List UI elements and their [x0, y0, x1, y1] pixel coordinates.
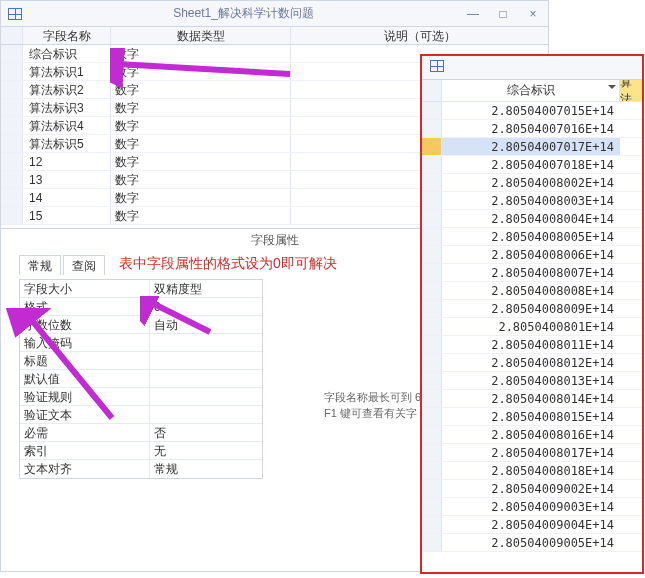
maximize-button[interactable]: □	[488, 1, 518, 27]
property-value[interactable]	[150, 370, 262, 387]
value-cell[interactable]: 2.80504009003E+14	[442, 498, 620, 515]
grid-icon	[1, 1, 29, 27]
value-cell[interactable]: 2.80504008009E+14	[442, 300, 620, 317]
value-cell[interactable]: 2.80504009002E+14	[442, 480, 620, 497]
value-cell[interactable]: 2.80504008011E+14	[442, 336, 620, 353]
field-name-cell[interactable]: 13	[23, 171, 111, 188]
svg-line-0	[118, 64, 290, 74]
field-name-cell[interactable]: 算法标识4	[23, 117, 111, 134]
data-type-cell[interactable]: 数字	[111, 99, 291, 116]
table-row[interactable]: 2.80504007017E+14	[422, 138, 642, 156]
value-cell[interactable]: 2.80504008006E+14	[442, 246, 620, 263]
property-value[interactable]	[150, 406, 262, 423]
property-value[interactable]	[150, 388, 262, 405]
field-name-cell[interactable]: 算法标识3	[23, 99, 111, 116]
value-cell[interactable]: 2.80504008012E+14	[442, 354, 620, 371]
tab-lookup[interactable]: 查阅	[63, 255, 105, 275]
table-row[interactable]: 2.80504008011E+14	[422, 336, 642, 354]
value-cell[interactable]: 2.80504007017E+14	[442, 138, 620, 155]
datasheet-header: 综合标识 算法	[422, 80, 642, 102]
property-value[interactable]: 双精度型	[150, 280, 262, 297]
property-value[interactable]: 否	[150, 424, 262, 441]
table-row[interactable]: 2.80504008002E+14	[422, 174, 642, 192]
minimize-button[interactable]: —	[458, 1, 488, 27]
value-cell[interactable]: 2.80504008003E+14	[442, 192, 620, 209]
value-cell[interactable]: 2.80504007016E+14	[442, 120, 620, 137]
chevron-down-icon[interactable]	[608, 85, 616, 93]
property-value[interactable]	[150, 352, 262, 369]
column-header-b[interactable]: 算法	[620, 80, 642, 101]
table-row[interactable]: 2.80504009002E+14	[422, 480, 642, 498]
property-row[interactable]: 文本对齐常规	[20, 460, 262, 478]
table-row[interactable]: 2.80504008003E+14	[422, 192, 642, 210]
value-cell[interactable]: 2.80504008002E+14	[442, 174, 620, 191]
table-row[interactable]: 2.80504008012E+14	[422, 354, 642, 372]
close-button[interactable]: ×	[518, 1, 548, 27]
table-row[interactable]: 2.80504008015E+14	[422, 408, 642, 426]
field-name-cell[interactable]: 12	[23, 153, 111, 170]
property-value[interactable]	[150, 334, 262, 351]
datasheet-titlebar	[422, 56, 642, 80]
table-row[interactable]: 2.80504008005E+14	[422, 228, 642, 246]
value-cell[interactable]: 2.80504008004E+14	[442, 210, 620, 227]
value-cell[interactable]: 2.80504008007E+14	[442, 264, 620, 281]
data-type-cell[interactable]: 数字	[111, 135, 291, 152]
table-row[interactable]: 2.80504007015E+14	[422, 102, 642, 120]
table-row[interactable]: 2.80504008007E+14	[422, 264, 642, 282]
table-row[interactable]: 2.80504008013E+14	[422, 372, 642, 390]
table-row[interactable]: 2.80504008009E+14	[422, 300, 642, 318]
value-cell[interactable]: 2.80504008014E+14	[442, 390, 620, 407]
property-value[interactable]: 常规	[150, 460, 262, 478]
value-cell[interactable]: 2.80504008005E+14	[442, 228, 620, 245]
header-description: 说明（可选）	[291, 27, 548, 44]
arrow-3	[6, 308, 116, 428]
grid-icon	[430, 60, 444, 75]
field-name-cell[interactable]: 算法标识5	[23, 135, 111, 152]
table-row[interactable]: 2.80504008004E+14	[422, 210, 642, 228]
window-buttons: — □ ×	[458, 1, 548, 27]
value-cell[interactable]: 2.80504008018E+14	[442, 462, 620, 479]
data-type-cell[interactable]: 数字	[111, 117, 291, 134]
field-name-cell[interactable]: 综合标识	[23, 45, 111, 62]
datasheet-window: 综合标识 算法 2.80504007015E+142.80504007016E+…	[420, 54, 644, 574]
value-cell[interactable]: 2.80504008017E+14	[442, 444, 620, 461]
value-cell[interactable]: 2.80504008016E+14	[442, 426, 620, 443]
field-name-cell[interactable]: 算法标识1	[23, 63, 111, 80]
table-row[interactable]: 2.80504008014E+14	[422, 390, 642, 408]
table-row[interactable]: 2.80504008017E+14	[422, 444, 642, 462]
property-row[interactable]: 索引无	[20, 442, 262, 460]
table-row[interactable]: 2.80504009004E+14	[422, 516, 642, 534]
value-cell[interactable]: 2.80504009005E+14	[442, 534, 620, 551]
field-name-cell[interactable]: 15	[23, 207, 111, 224]
table-row[interactable]: 2.80504007018E+14	[422, 156, 642, 174]
table-row[interactable]: 2.80504009003E+14	[422, 498, 642, 516]
data-type-cell[interactable]: 数字	[111, 153, 291, 170]
column-header-a-label: 综合标识	[507, 82, 555, 99]
field-name-cell[interactable]: 算法标识2	[23, 81, 111, 98]
column-header-a[interactable]: 综合标识	[442, 80, 620, 101]
property-key: 字段大小	[20, 280, 150, 297]
header-data-type: 数据类型	[111, 27, 291, 44]
data-type-cell[interactable]: 数字	[111, 207, 291, 224]
table-row[interactable]: 2.80504008016E+14	[422, 426, 642, 444]
value-cell[interactable]: 2.8050400801E+14	[442, 318, 620, 335]
window-title: Sheet1_解决科学计数问题	[29, 5, 458, 22]
table-row[interactable]: 2.80504009005E+14	[422, 534, 642, 552]
tab-general[interactable]: 常规	[19, 255, 61, 275]
table-row[interactable]: 2.8050400801E+14	[422, 318, 642, 336]
value-cell[interactable]: 2.80504008008E+14	[442, 282, 620, 299]
data-type-cell[interactable]: 数字	[111, 171, 291, 188]
value-cell[interactable]: 2.80504007018E+14	[442, 156, 620, 173]
data-type-cell[interactable]: 数字	[111, 189, 291, 206]
table-row[interactable]: 2.80504007016E+14	[422, 120, 642, 138]
value-cell[interactable]: 2.80504008013E+14	[442, 372, 620, 389]
value-cell[interactable]: 2.80504007015E+14	[442, 102, 620, 119]
table-row[interactable]: 2.80504008006E+14	[422, 246, 642, 264]
field-name-cell[interactable]: 14	[23, 189, 111, 206]
property-value[interactable]: 无	[150, 442, 262, 459]
table-row[interactable]: 2.80504008018E+14	[422, 462, 642, 480]
value-cell[interactable]: 2.80504009004E+14	[442, 516, 620, 533]
value-cell[interactable]: 2.80504008015E+14	[442, 408, 620, 425]
annotation-text: 表中字段属性的格式设为0即可解决	[119, 255, 337, 273]
table-row[interactable]: 2.80504008008E+14	[422, 282, 642, 300]
